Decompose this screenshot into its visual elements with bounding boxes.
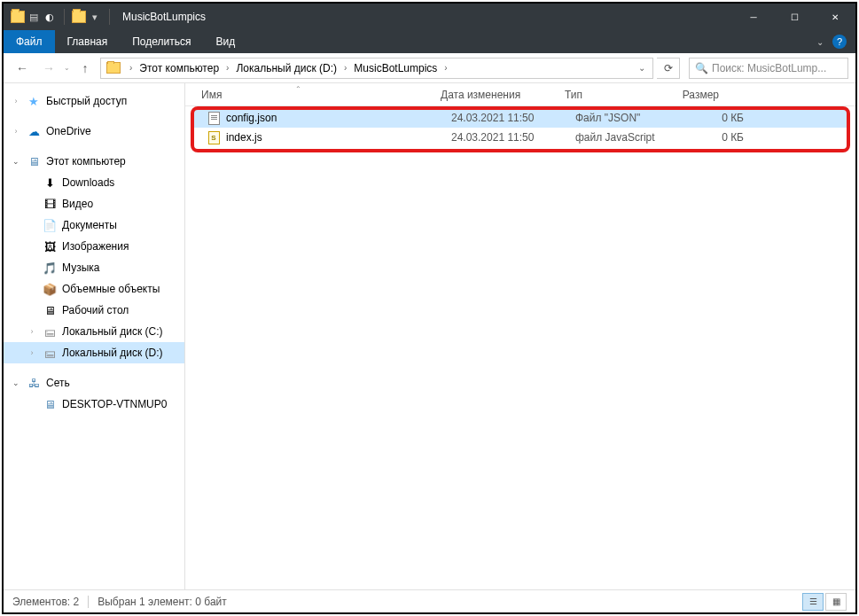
back-button[interactable]: ←: [11, 57, 34, 80]
forward-button[interactable]: →: [37, 57, 60, 80]
column-date[interactable]: Дата изменения: [433, 89, 558, 101]
pictures-icon: 🖼: [43, 239, 57, 253]
up-button[interactable]: ↑: [74, 57, 97, 80]
close-button[interactable]: ✕: [815, 4, 855, 30]
music-icon: 🎵: [43, 261, 57, 275]
address-bar: ← → ⌄ ↑ › Этот компьютер › Локальный дис…: [4, 53, 855, 83]
file-date: 24.03.2021 11:50: [451, 131, 575, 144]
chevron-right-icon[interactable]: ›: [27, 348, 37, 357]
star-icon: ★: [27, 94, 41, 108]
chevron-right-icon[interactable]: ›: [11, 127, 21, 136]
recent-dropdown-icon[interactable]: ⌄: [64, 64, 70, 72]
sidebar-drive-c[interactable]: › 🖴 Локальный диск (C:): [4, 321, 184, 342]
crumb-drive-d[interactable]: Локальный диск (D:): [232, 58, 340, 78]
desktop-icon: 🖥: [43, 303, 57, 317]
column-headers: ⌃ Имя Дата изменения Тип Размер: [185, 83, 855, 106]
file-date: 24.03.2021 11:50: [451, 112, 575, 124]
file-type: файл JavaScript: [575, 131, 682, 144]
sidebar-this-pc[interactable]: ⌄ 🖥 Этот компьютер: [4, 151, 184, 172]
minimize-button[interactable]: ─: [733, 4, 774, 30]
file-name: config.json: [226, 112, 451, 124]
ribbon-tabs: Файл Главная Поделиться Вид ⌄ ?: [4, 30, 855, 53]
downloads-icon: ⬇: [43, 175, 57, 190]
documents-icon: 📄: [43, 218, 57, 232]
sort-indicator-icon: ⌃: [295, 85, 301, 93]
sidebar-documents[interactable]: 📄 Документы: [4, 214, 184, 236]
file-json-icon: [207, 111, 221, 125]
view-thumbnails-button[interactable]: ▦: [825, 593, 847, 611]
file-type: Файл "JSON": [575, 112, 682, 124]
file-row[interactable]: S index.js 24.03.2021 11:50 файл JavaScr…: [194, 128, 847, 147]
status-selection: Выбран 1 элемент: 0 байт: [98, 596, 227, 608]
file-size: 0 КБ: [682, 112, 744, 124]
file-list-pane: ⌃ Имя Дата изменения Тип Размер config.j…: [185, 83, 855, 589]
breadcrumb-box[interactable]: › Этот компьютер › Локальный диск (D:) ›…: [100, 58, 653, 79]
refresh-button[interactable]: ⟳: [657, 58, 680, 79]
sidebar-pictures[interactable]: 🖼 Изображения: [4, 236, 184, 257]
sidebar-network[interactable]: ⌄ 🖧 Сеть: [4, 372, 184, 394]
ribbon-tab-view[interactable]: Вид: [203, 30, 247, 53]
crumb-root-sep[interactable]: ›: [126, 63, 136, 73]
cloud-icon: ☁: [27, 124, 41, 138]
status-bar: Элементов: 2 Выбран 1 элемент: 0 байт ☰ …: [4, 589, 855, 612]
qat-dropdown-icon[interactable]: ▾: [88, 10, 102, 24]
drive-icon: 🖴: [43, 346, 57, 360]
qat-properties-icon[interactable]: ▤: [27, 10, 41, 24]
search-input[interactable]: 🔍 Поиск: MusicBotLump...: [689, 58, 848, 79]
sidebar-desktop[interactable]: 🖥 Рабочий стол: [4, 300, 184, 321]
title-separator: [109, 9, 110, 25]
file-js-icon: S: [207, 130, 221, 144]
file-row[interactable]: config.json 24.03.2021 11:50 Файл "JSON"…: [194, 108, 847, 128]
maximize-button[interactable]: ☐: [774, 4, 815, 30]
ribbon-file-tab[interactable]: Файл: [4, 30, 55, 53]
context-folder-icon: [72, 11, 86, 23]
sidebar-3d-objects[interactable]: 📦 Объемные объекты: [4, 278, 184, 300]
search-placeholder: Поиск: MusicBotLump...: [712, 62, 826, 74]
window-title: MusicBotLumpics: [122, 11, 206, 23]
titlebar: ▤ ◐ ▾ MusicBotLumpics ─ ☐ ✕: [4, 4, 855, 30]
monitor-icon: 🖥: [43, 397, 57, 411]
column-type[interactable]: Тип: [558, 89, 664, 101]
search-icon: 🔍: [695, 62, 708, 74]
column-size[interactable]: Размер: [664, 89, 726, 101]
network-icon: 🖧: [27, 376, 41, 390]
file-name: index.js: [226, 131, 451, 144]
qat-separator: [64, 9, 65, 25]
navigation-pane: › ★ Быстрый доступ › ☁ OneDrive ⌄ 🖥 Этот…: [4, 83, 185, 589]
sidebar-onedrive[interactable]: › ☁ OneDrive: [4, 121, 184, 142]
crumb-this-pc[interactable]: Этот компьютер: [136, 58, 223, 78]
drive-icon: 🖴: [43, 324, 57, 339]
3d-icon: 📦: [43, 282, 57, 296]
app-folder-icon: [11, 11, 25, 23]
pc-icon: 🖥: [27, 154, 41, 168]
chevron-down-icon[interactable]: ⌄: [11, 378, 21, 387]
crumb-folder[interactable]: MusicBotLumpics: [350, 58, 441, 78]
status-item-count: Элементов: 2: [12, 596, 79, 608]
chevron-right-icon[interactable]: ›: [11, 97, 21, 105]
ribbon-collapse-icon[interactable]: ⌄: [816, 37, 824, 47]
sidebar-quick-access[interactable]: › ★ Быстрый доступ: [4, 90, 184, 112]
video-icon: 🎞: [43, 197, 57, 211]
chevron-right-icon[interactable]: ›: [27, 327, 37, 336]
address-dropdown-icon[interactable]: ⌄: [631, 63, 652, 73]
sidebar-downloads[interactable]: ⬇ Downloads: [4, 172, 184, 193]
sidebar-music[interactable]: 🎵 Музыка: [4, 257, 184, 278]
file-size: 0 КБ: [682, 131, 744, 144]
breadcrumb-folder-icon: [106, 62, 121, 74]
sidebar-video[interactable]: 🎞 Видео: [4, 193, 184, 214]
chevron-down-icon[interactable]: ⌄: [11, 157, 21, 166]
ribbon-tab-home[interactable]: Главная: [55, 30, 121, 53]
column-name[interactable]: Имя: [194, 89, 433, 101]
view-details-button[interactable]: ☰: [802, 593, 824, 611]
help-icon[interactable]: ?: [832, 35, 847, 49]
qat-new-icon[interactable]: ◐: [43, 10, 57, 24]
sidebar-network-pc[interactable]: 🖥 DESKTOP-VTNMUP0: [4, 394, 184, 415]
sidebar-drive-d[interactable]: › 🖴 Локальный диск (D:): [4, 342, 184, 363]
ribbon-tab-share[interactable]: Поделиться: [120, 30, 203, 53]
